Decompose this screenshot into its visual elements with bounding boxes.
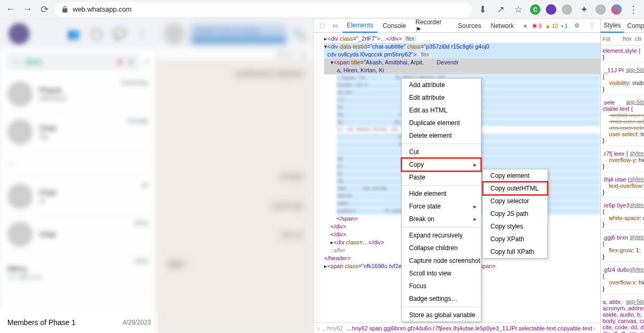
clear-icon[interactable]: ✕ bbox=[127, 57, 134, 67]
menu-item[interactable]: Copy XPath bbox=[483, 233, 547, 245]
styles-panel: Styles Computed Layout » :hov .cls + ⬚ ▭… bbox=[600, 19, 644, 333]
messages-area[interactable]: maintenance attached et bank ement opt v… bbox=[156, 59, 313, 333]
chat-item[interactable]: ChatOp Sunday bbox=[0, 113, 156, 151]
share-icon[interactable]: ↗ bbox=[494, 3, 507, 16]
forward-button[interactable]: → bbox=[21, 3, 34, 16]
menu-item[interactable]: Break on bbox=[402, 213, 481, 225]
back-arrow-icon[interactable]: ← bbox=[13, 57, 21, 66]
menu-item[interactable]: Copy JS path bbox=[483, 207, 547, 220]
menu-item[interactable]: Duplicate element bbox=[402, 117, 481, 129]
devtools-tabs: ⬚ ▭ Elements Console Recorder ⚑ Sources … bbox=[314, 19, 600, 33]
tab-sources[interactable]: Sources bbox=[454, 19, 486, 33]
chat-header[interactable]: Phase Trial Vivaan 🔍 bbox=[156, 19, 313, 49]
menu-item[interactable]: Store as global variable bbox=[402, 309, 481, 321]
menu-item[interactable]: Edit attribute bbox=[402, 91, 481, 104]
info-count[interactable]: ▪1 bbox=[562, 23, 568, 29]
tab-styles[interactable]: Styles bbox=[601, 19, 624, 33]
tab-console[interactable]: Console bbox=[378, 19, 410, 33]
tab-more[interactable]: » bbox=[519, 19, 532, 33]
status-icon[interactable]: ◯ bbox=[91, 27, 102, 40]
search-bar: ← phas ● ✕ ≡ bbox=[0, 49, 156, 75]
profile-avatar[interactable] bbox=[611, 4, 622, 15]
menu-item[interactable]: Expand recursively bbox=[402, 229, 481, 242]
warning-count[interactable]: ▲10 bbox=[545, 23, 558, 29]
search-input[interactable]: ← phas ● ✕ bbox=[6, 53, 140, 71]
menu-item[interactable]: Cut bbox=[402, 146, 481, 158]
styles-filter: :hov .cls + ⬚ ▭ bbox=[601, 33, 644, 45]
more-icon[interactable]: ⋮ bbox=[586, 22, 598, 29]
search-icon[interactable]: 🔍 bbox=[292, 27, 306, 40]
communities-icon[interactable]: 👥 bbox=[67, 27, 80, 40]
menu-item[interactable]: Copy outerHTML bbox=[483, 182, 547, 195]
whatsapp-app: 👥 ◯ 💬 ⋮ ← phas ● ✕ ≡ PhaseHEDULE bbox=[0, 19, 313, 333]
new-chat-icon[interactable]: 💬 bbox=[113, 27, 126, 40]
menu-item[interactable]: Add attribute bbox=[402, 79, 481, 91]
menu-item[interactable]: Hide element bbox=[402, 187, 481, 200]
menu-item[interactable]: Focus bbox=[402, 280, 481, 292]
members-label: Members of Phase 1 bbox=[7, 318, 75, 327]
extension-icon[interactable] bbox=[562, 4, 572, 15]
extension-icon[interactable] bbox=[546, 4, 556, 15]
menu-item[interactable]: Scroll into view bbox=[402, 267, 481, 280]
address-bar[interactable]: web.whatsapp.com bbox=[55, 2, 472, 17]
my-avatar[interactable] bbox=[8, 23, 30, 44]
menu-item[interactable]: Copy bbox=[402, 158, 481, 171]
lock-icon bbox=[61, 6, 69, 13]
menu-item[interactable]: Paste bbox=[402, 171, 481, 184]
tab-elements[interactable]: Elements bbox=[343, 19, 377, 33]
filter-icon[interactable]: ≡ bbox=[145, 57, 149, 66]
menu-item[interactable]: Delete element bbox=[402, 129, 481, 142]
error-count[interactable]: ◉9 bbox=[532, 22, 542, 29]
device-icon[interactable]: ▭ bbox=[329, 20, 342, 32]
menu-item[interactable]: Copy styles bbox=[483, 220, 547, 233]
message: ement opt bbox=[167, 202, 302, 210]
filter-input[interactable] bbox=[603, 36, 620, 42]
back-button[interactable]: ← bbox=[4, 3, 17, 16]
chat-item[interactable]: Chatrd dv bbox=[0, 177, 156, 215]
dimensions-tooltip: 201.41 × 20 bbox=[156, 49, 313, 59]
message: sages bbox=[167, 260, 302, 268]
menu-icon[interactable]: ⋮ bbox=[137, 27, 147, 40]
chat-title: Phase Trial Vivaan bbox=[191, 24, 286, 35]
chat-avatar bbox=[7, 119, 33, 145]
tab-computed[interactable]: Computed bbox=[624, 19, 644, 33]
css-rules[interactable]: element.style {}app-5dc7921…6771f.css:3.… bbox=[601, 45, 644, 333]
menu-button[interactable]: ⋮ bbox=[627, 3, 640, 16]
chat-list-panel: 👥 ◯ 💬 ⋮ ← phas ● ✕ ≡ PhaseHEDULE bbox=[0, 19, 156, 333]
menu-item[interactable]: Edit as HTML bbox=[402, 104, 481, 117]
chat-avatar bbox=[7, 81, 33, 107]
chat-item[interactable]: Menu+1 145 is a 2023 bbox=[0, 253, 156, 291]
tab-network[interactable]: Network bbox=[487, 19, 518, 33]
menu-item[interactable]: Copy element bbox=[483, 169, 547, 182]
star-icon[interactable]: ☆ bbox=[512, 3, 525, 16]
menu-item[interactable]: Force state bbox=[402, 200, 481, 213]
menu-item[interactable]: Copy selector bbox=[483, 195, 547, 207]
group-avatar[interactable] bbox=[164, 23, 185, 44]
cls-button[interactable]: .cls bbox=[633, 36, 641, 42]
inspect-icon[interactable]: ⬚ bbox=[316, 20, 328, 32]
search-text: phas bbox=[25, 58, 41, 66]
wa-header: 👥 ◯ 💬 ⋮ bbox=[0, 19, 156, 49]
download-icon[interactable]: ⬇ bbox=[476, 3, 489, 16]
reload-button[interactable]: ⟳ bbox=[38, 3, 51, 16]
menu-item[interactable]: Copy full XPath bbox=[483, 245, 547, 258]
url-text: web.whatsapp.com bbox=[73, 5, 131, 13]
menu-item[interactable]: Capture node screenshot bbox=[402, 254, 481, 267]
chat-avatar bbox=[7, 222, 33, 247]
chat-item[interactable]: Chat 2023 bbox=[0, 215, 156, 253]
settings-icon[interactable]: ⚙ bbox=[571, 22, 583, 29]
menu-item[interactable]: Badge settings… bbox=[402, 292, 481, 305]
extension-icon[interactable]: C bbox=[530, 4, 541, 15]
chat-item[interactable]: — bbox=[0, 151, 156, 177]
extensions-button[interactable]: ✦ bbox=[577, 3, 590, 16]
menu-item[interactable]: Collapse children bbox=[402, 242, 481, 254]
message: vice so bbox=[167, 231, 302, 239]
breadcrumb[interactable]: ‹ …hny62 …hny62 span.ggj6brxn.gfz4du6o.r… bbox=[314, 322, 600, 333]
hov-button[interactable]: :hov bbox=[622, 36, 632, 42]
chat-item[interactable]: PhaseHEDULE Yesterday bbox=[0, 75, 156, 113]
chat-list[interactable]: PhaseHEDULE Yesterday ChatOp Sunday — Ch… bbox=[0, 75, 156, 333]
tab-recorder[interactable]: Recorder ⚑ bbox=[411, 19, 452, 33]
browser-actions: ⬇ ↗ ☆ C ✦ ⋮ bbox=[476, 3, 640, 16]
members-row[interactable]: Members of Phase 1 4/29/2023 bbox=[0, 312, 158, 333]
extension-icon[interactable] bbox=[595, 4, 606, 15]
